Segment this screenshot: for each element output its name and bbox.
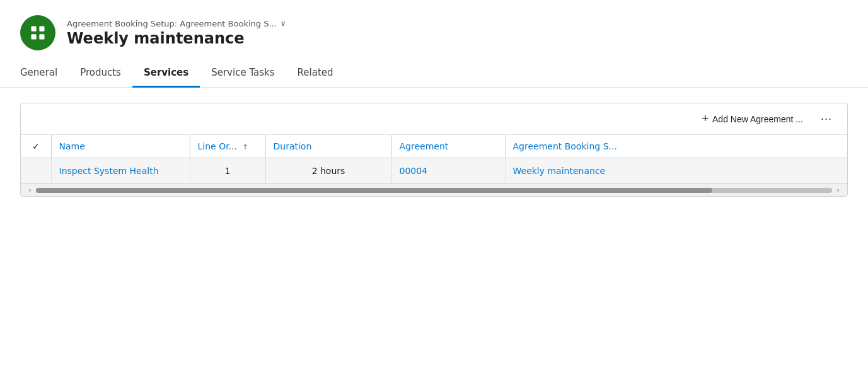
scroll-left-arrow[interactable]: ‹ [26,185,33,195]
main-content: + Add New Agreement ... ··· ✓ Name Line … [0,88,868,212]
column-header-agreement[interactable]: Agreement [391,135,505,158]
breadcrumb-chevron-icon: ∨ [281,19,286,28]
agreement-link[interactable]: 00004 [400,166,428,176]
row-duration-cell: 2 hours [265,158,391,184]
inspect-system-health-link[interactable]: Inspect System Health [59,166,159,176]
svg-rect-3 [39,34,44,39]
svg-rect-0 [32,26,37,32]
breadcrumb-text: Agreement Booking Setup: Agreement Booki… [67,19,277,28]
plus-icon: + [702,112,709,125]
column-header-check[interactable]: ✓ [21,135,51,158]
column-name-label: Name [59,141,85,151]
add-new-label: Add New Agreement ... [712,114,803,124]
column-header-lineorder[interactable]: Line Or... ↑ [190,135,265,158]
column-agrbooking-label: Agreement Booking S... [513,141,617,151]
column-lineorder-label: Line Or... [198,141,237,151]
column-agreement-label: Agreement [400,141,449,151]
page-title: Weekly maintenance [67,30,286,47]
row-agrbooking-cell[interactable]: Weekly maintenance [505,158,847,184]
breadcrumb[interactable]: Agreement Booking Setup: Agreement Booki… [67,19,286,28]
tab-service-tasks[interactable]: Service Tasks [200,61,286,88]
table-body: Inspect System Health 1 2 hours 00004 We… [21,158,847,184]
table-row: Inspect System Health 1 2 hours 00004 We… [21,158,847,184]
table-toolbar: + Add New Agreement ... ··· [21,103,847,135]
agreement-booking-link[interactable]: Weekly maintenance [513,166,606,176]
services-table: ✓ Name Line Or... ↑ Duration Agreement [21,135,847,183]
agreement-booking-setup-icon [29,24,47,42]
scroll-track[interactable] [36,188,831,193]
tab-related[interactable]: Related [286,61,345,88]
column-header-agreement-booking[interactable]: Agreement Booking S... [505,135,847,158]
services-table-container: + Add New Agreement ... ··· ✓ Name Line … [20,103,848,197]
row-check-cell[interactable] [21,158,51,184]
row-name-cell[interactable]: Inspect System Health [51,158,190,184]
column-header-name[interactable]: Name [51,135,190,158]
column-duration-label: Duration [274,141,312,151]
row-agreement-cell[interactable]: 00004 [391,158,505,184]
horizontal-scrollbar[interactable]: ‹ › [21,183,847,196]
tab-general[interactable]: General [20,61,69,88]
svg-rect-2 [32,34,37,39]
header-text-block: Agreement Booking Setup: Agreement Booki… [67,19,286,47]
more-options-button[interactable]: ··· [816,110,837,128]
table-header-row: ✓ Name Line Or... ↑ Duration Agreement [21,135,847,158]
svg-rect-1 [39,26,44,32]
add-new-agreement-button[interactable]: + Add New Agreement ... [697,110,808,128]
sort-ascending-icon: ↑ [242,143,248,151]
record-icon [20,15,55,50]
row-lineorder-cell: 1 [190,158,265,184]
tab-services[interactable]: Services [132,61,200,88]
table-header: ✓ Name Line Or... ↑ Duration Agreement [21,135,847,158]
tab-products[interactable]: Products [69,61,132,88]
tab-navigation: General Products Services Service Tasks … [0,61,868,88]
scroll-right-arrow[interactable]: › [835,185,842,195]
scroll-thumb[interactable] [36,188,712,193]
column-header-duration[interactable]: Duration [265,135,391,158]
page-header: Agreement Booking Setup: Agreement Booki… [0,0,868,61]
